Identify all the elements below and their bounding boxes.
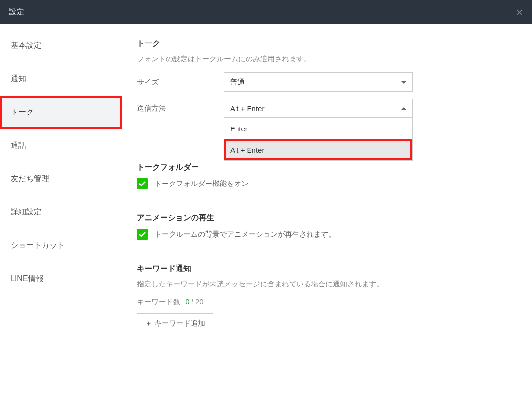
- add-keyword-button[interactable]: ＋ キーワード追加: [137, 314, 213, 333]
- select-size-value: 普通: [230, 78, 245, 87]
- dropdown-send: Alt + Enter Enter Alt + Enter: [224, 99, 413, 118]
- sidebar-item-call[interactable]: 通話: [0, 129, 122, 162]
- checkbox-folder[interactable]: [137, 178, 148, 189]
- section-keyword: キーワード通知 指定したキーワードが未読メッセージに含まれている場合に通知されま…: [137, 264, 513, 333]
- row-send: 送信方法 Alt + Enter Enter Alt + Enter: [137, 99, 513, 118]
- keyword-count-max: / 20: [192, 298, 204, 306]
- section-title-keyword: キーワード通知: [137, 264, 513, 274]
- section-title-animation: アニメーションの再生: [137, 213, 513, 223]
- caret-up-icon: [401, 107, 406, 110]
- window-title: 設定: [9, 7, 24, 17]
- keyword-count-current: 0: [185, 298, 189, 306]
- keyword-count-label: キーワード数: [137, 298, 180, 306]
- sidebar-item-friends[interactable]: 友だち管理: [0, 162, 122, 196]
- body: 基本設定 通知 トーク 通話 友だち管理 詳細設定 ショートカット LINE情報…: [0, 24, 532, 399]
- select-send[interactable]: Alt + Enter: [224, 99, 413, 118]
- checkmark-icon: [139, 232, 146, 237]
- checkbox-row-animation: トークルームの背景でアニメーションが再生されます。: [137, 229, 513, 240]
- header-bar: 設定 ×: [0, 0, 532, 24]
- sidebar-item-advanced[interactable]: 詳細設定: [0, 196, 122, 229]
- sidebar-item-notify[interactable]: 通知: [0, 62, 122, 96]
- sidebar: 基本設定 通知 トーク 通話 友だち管理 詳細設定 ショートカット LINE情報: [0, 24, 122, 399]
- keyword-count: キーワード数 0 / 20: [137, 298, 513, 307]
- checkbox-label-folder: トークフォルダー機能をオン: [154, 179, 249, 188]
- sidebar-item-basic[interactable]: 基本設定: [0, 29, 122, 62]
- caret-down-icon: [401, 81, 406, 84]
- section-title-talk: トーク: [137, 39, 513, 49]
- section-title-folder: トークフォルダー: [137, 162, 513, 172]
- checkbox-label-animation: トークルームの背景でアニメーションが再生されます。: [154, 230, 336, 239]
- section-desc-keyword: 指定したキーワードが未読メッセージに含まれている場合に通知されます。: [137, 280, 513, 289]
- section-talk: トーク フォントの設定はトークルームにのみ適用されます。 サイズ 普通 送信方法…: [137, 39, 513, 118]
- label-size: サイズ: [137, 78, 224, 87]
- checkbox-row-folder: トークフォルダー機能をオン: [137, 178, 513, 189]
- option-enter[interactable]: Enter: [224, 118, 412, 139]
- dropdown-list-send: Enter Alt + Enter: [224, 118, 413, 161]
- select-send-value: Alt + Enter: [230, 104, 264, 113]
- close-icon[interactable]: ×: [516, 5, 523, 20]
- section-animation: アニメーションの再生 トークルームの背景でアニメーションが再生されます。: [137, 213, 513, 240]
- sidebar-item-shortcut[interactable]: ショートカット: [0, 229, 122, 262]
- checkbox-animation[interactable]: [137, 229, 148, 240]
- option-alt-enter[interactable]: Alt + Enter: [224, 139, 412, 160]
- label-send: 送信方法: [137, 104, 224, 113]
- section-desc-talk: フォントの設定はトークルームにのみ適用されます。: [137, 55, 513, 64]
- sidebar-item-talk[interactable]: トーク: [0, 96, 122, 129]
- checkmark-icon: [139, 181, 146, 186]
- sidebar-item-lineinfo[interactable]: LINE情報: [0, 262, 122, 296]
- main-content: トーク フォントの設定はトークルームにのみ適用されます。 サイズ 普通 送信方法…: [122, 24, 532, 399]
- select-size[interactable]: 普通: [224, 72, 413, 92]
- row-size: サイズ 普通: [137, 72, 513, 92]
